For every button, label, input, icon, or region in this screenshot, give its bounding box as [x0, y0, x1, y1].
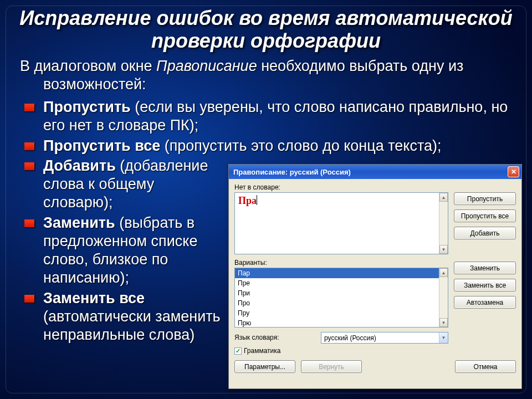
intro-prefix: В диалоговом окне [20, 58, 156, 74]
replace-button[interactable]: Заменить [454, 262, 516, 274]
cancel-button[interactable]: Отмена [455, 360, 516, 373]
bullet-skip-all: Пропустить все (пропустить это слово до … [20, 137, 514, 155]
list-item[interactable]: Прю [235, 318, 448, 328]
bullet-replace-all: Заменить все (автоматически заменить неп… [20, 289, 225, 344]
label-not-in-dictionary: Нет в словаре: [234, 183, 448, 191]
scroll-down-icon[interactable]: ▼ [439, 245, 448, 254]
variants-listbox[interactable]: Пар Пре При Про Пру Прю ▲ ▼ [234, 268, 448, 328]
bullet-add: Добавить (добавление слова к общему слов… [20, 157, 225, 212]
scroll-down-icon[interactable]: ▼ [439, 318, 448, 327]
listbox-scrollbar[interactable]: ▲ ▼ [439, 268, 448, 327]
chevron-down-icon: ▼ [439, 332, 448, 343]
close-button[interactable]: ✕ [508, 166, 519, 177]
language-value: русский (Россия) [324, 334, 376, 342]
revert-button[interactable]: Вернуть [301, 360, 362, 373]
textbox-scrollbar[interactable]: ▲ ▼ [439, 193, 448, 254]
intro-paragraph: В диалоговом окне Правописание необходим… [18, 57, 514, 94]
bullet-skip: Пропустить (если вы уверены, что слово н… [20, 98, 514, 135]
list-item[interactable]: Про [235, 298, 448, 308]
bullet-replace: Заменить (выбрать в предложенном списке … [20, 214, 225, 287]
grammar-label: Грамматика [244, 347, 280, 355]
add-button[interactable]: Добавить [454, 227, 516, 239]
list-item[interactable]: Пре [235, 278, 448, 288]
label-variants: Варианты: [234, 259, 448, 267]
list-item[interactable]: Пар [235, 268, 448, 278]
slide-title: Исправление ошибок во время автоматическ… [18, 7, 514, 53]
dialog-title: Правописание: русский (Россия) [233, 168, 351, 176]
not-in-dictionary-textbox[interactable]: Пра ▲ ▼ [234, 192, 448, 254]
label-language: Язык словаря: [234, 334, 318, 341]
scroll-up-icon[interactable]: ▲ [439, 268, 448, 277]
language-combo[interactable]: русский (Россия) ▼ [321, 332, 448, 344]
autocorrect-button[interactable]: Автозамена [454, 296, 516, 309]
checkbox-check-icon: ✓ [234, 347, 242, 355]
dialog-titlebar[interactable]: Правописание: русский (Россия) ✕ [229, 165, 521, 179]
replace-all-button[interactable]: Заменить все [454, 279, 516, 291]
skip-all-button[interactable]: Пропустить все [454, 209, 516, 222]
intro-term: Правописание [156, 58, 257, 74]
spellcheck-dialog: Правописание: русский (Россия) ✕ Нет в с… [228, 164, 522, 389]
params-button[interactable]: Параметры... [234, 360, 295, 373]
list-item[interactable]: При [235, 288, 448, 298]
close-icon: ✕ [511, 168, 516, 176]
skip-button[interactable]: Пропустить [454, 192, 516, 205]
scroll-up-icon[interactable]: ▲ [439, 193, 448, 202]
grammar-checkbox[interactable]: ✓ Грамматика [234, 347, 448, 355]
error-word: Пра [238, 195, 257, 206]
list-item[interactable]: Пру [235, 308, 448, 318]
